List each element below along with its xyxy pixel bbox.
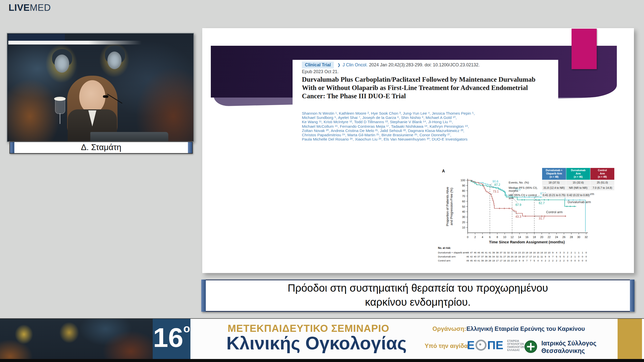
x-tick-label: 32	[585, 236, 588, 239]
no-at-risk-value: 1	[574, 255, 576, 258]
speaker-video-player[interactable]	[7, 33, 194, 142]
no-at-risk-value: 29	[485, 259, 488, 262]
no-at-risk-value: 18	[529, 251, 532, 254]
no-at-risk-value: 9	[519, 259, 520, 262]
no-at-risk-value: 16	[540, 251, 543, 254]
no-at-risk-row-name: Durvalumab arm	[438, 255, 456, 258]
x-tick-label: 0	[467, 236, 468, 239]
seminar-title-line2: Κλινικής Ογκολογίας	[226, 333, 407, 353]
no-at-risk-value: 3	[559, 251, 561, 254]
no-at-risk-value: 14	[533, 255, 536, 258]
no-at-risk-value: 7	[526, 259, 528, 262]
km-table-cell: 0.42 (0.22 to 0.80)	[566, 193, 590, 198]
eope-subtitle: ΕΤΑΙΡΕΙΑ ΟΓΚΟΛΟΓΩΝ ΠΑΘΟΛΟΓΩΝ ΕΛΛΑΔΑΣ	[507, 339, 524, 351]
y-tick-label: 20	[462, 221, 465, 224]
km-table-cell: 7.0 (6.7 to 14.8)	[590, 186, 614, 190]
journal-link[interactable]: J Clin Oncol.	[343, 62, 368, 68]
no-at-risk-value: 0	[582, 259, 583, 262]
no-at-risk-value: 37	[500, 251, 502, 254]
no-at-risk-value: 41	[489, 251, 491, 254]
speaker-name: Δ. Σταμάτη	[10, 143, 192, 152]
article-authors: Shannon N Westin ¹, Kathleen Moore ², Hy…	[302, 111, 543, 141]
no-at-risk-value: 0	[585, 255, 587, 258]
eope-spiral-icon	[475, 340, 487, 351]
km-table-cell: Median PFS (95% CI), months	[509, 186, 542, 192]
speaker-face	[79, 80, 105, 113]
no-at-risk-value: 49	[466, 259, 469, 262]
chevron-right-icon: ❯	[337, 63, 341, 67]
no-at-risk-value: 16	[503, 259, 506, 262]
eope-letter-e: Ε	[467, 338, 475, 352]
livemed-logo: LIVEMED	[9, 3, 51, 13]
medical-assoc-line2: Θεσσαλονικης	[541, 347, 596, 354]
x-tick-label: 8	[497, 236, 498, 239]
eope-letters-pe: ΠΕ	[487, 338, 503, 352]
talk-title-bar: Πρόοδοι στη συστηματική θεραπεία του προ…	[201, 280, 634, 312]
annotation-label: 43.3	[515, 215, 521, 218]
no-at-risk-value: 2	[571, 251, 572, 254]
no-at-risk-value: 16	[533, 251, 536, 254]
organizer-label: Οργάνωση:	[432, 325, 466, 332]
km-table-cell: HR (95% CI) v control arm	[509, 193, 542, 200]
caption-left-accent	[201, 280, 206, 312]
annotation-leader	[490, 184, 492, 185]
article-title: Durvalumab Plus Carboplatin/Paclitaxel F…	[302, 75, 541, 100]
no-at-risk-value: 47	[470, 251, 473, 254]
legend-label: Durvalumab arm	[568, 200, 591, 204]
no-at-risk-label: No. at risk:	[438, 247, 451, 249]
no-at-risk-value: 28	[489, 259, 491, 262]
x-tick-label: 22	[548, 236, 551, 239]
no-at-risk-row-name: Durvalumab + olaparib arm	[438, 251, 467, 254]
y-tick-label: 10	[462, 226, 465, 229]
no-at-risk-value: 34	[492, 255, 495, 258]
edition-number: 16	[153, 322, 183, 353]
eope-sub-line: ΠΑΘΟΛΟΓΩΝ	[507, 345, 524, 348]
x-tick-label: 26	[562, 236, 566, 239]
citation-epub: Epub 2023 Oct 21.	[302, 69, 339, 74]
km-table-cell: 25 (51.0)	[590, 180, 614, 185]
author-line: Christos Papadimitriou ²⁴, Marta Gil-Mar…	[302, 133, 543, 137]
annotation-label: 67.9	[515, 203, 521, 207]
no-at-risk-value: 23	[522, 251, 525, 254]
medical-assoc-line1: Ιατρικός Σύλλογος	[541, 339, 596, 347]
no-at-risk-value: 7	[530, 259, 531, 262]
medical-association-logo	[525, 340, 537, 353]
no-at-risk-value: 48	[466, 251, 469, 254]
y-axis-title: Proportion of Patients Alive	[446, 187, 449, 226]
presentation-slide: Clinical Trial ❯ J Clin Oncol. 2024 Jan …	[202, 28, 634, 273]
km-chart: A 10203040506070809010002468101214161820…	[437, 168, 626, 268]
y-axis-title: and Progression-Free (%)	[450, 188, 453, 225]
logo-med-text: MED	[30, 3, 51, 13]
no-at-risk-value: 5	[534, 259, 535, 262]
km-table-cell: Durvalumab +Olaparib Arm(n = 48)	[542, 168, 566, 180]
y-tick-label: 40	[462, 210, 465, 213]
bottom-black-bar	[0, 359, 644, 362]
no-at-risk-value: 0	[578, 259, 579, 262]
mural-figure-left-face	[55, 55, 69, 73]
no-at-risk-value: 31	[500, 255, 502, 258]
no-at-risk-value: 18	[526, 251, 528, 254]
no-at-risk-value: 17	[526, 255, 528, 258]
x-tick-label: 20	[540, 236, 543, 239]
cross-icon	[527, 346, 535, 347]
auspices-label: Υπό την αιγίδα:	[425, 342, 470, 349]
no-at-risk-value: 46	[474, 251, 476, 254]
no-at-risk-value: 46	[466, 255, 469, 258]
x-tick-label: 24	[555, 236, 558, 239]
annotation-label: 73.1	[493, 190, 499, 193]
eope-sub-line: ΟΓΚΟΛΟΓΩΝ	[507, 342, 524, 345]
edition-number-block: 16ο	[153, 319, 190, 359]
x-tick-label: 16	[525, 236, 528, 239]
no-at-risk-value: 1	[574, 251, 576, 254]
projection-screen-bar	[8, 34, 65, 41]
microphone-icon	[103, 95, 108, 98]
no-at-risk-value: 0	[574, 259, 576, 262]
no-at-risk-value: 2	[571, 255, 572, 258]
x-axis-title: Time Since Random Assignment (months)	[489, 240, 565, 244]
no-at-risk-value: 4	[537, 259, 539, 262]
no-at-risk-value: 1	[582, 251, 583, 254]
no-at-risk-value: 19	[514, 255, 517, 258]
annotation-label: 87.2	[494, 183, 500, 187]
no-at-risk-value: 0	[567, 259, 568, 262]
projection-screen-strip	[8, 41, 142, 44]
